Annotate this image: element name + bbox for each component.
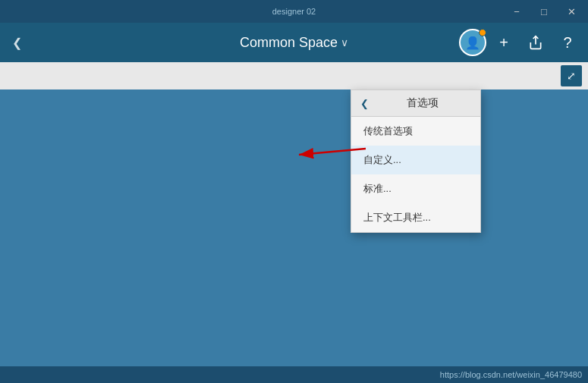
toolbar-right: 👤 + ? <box>459 28 582 57</box>
add-button[interactable]: + <box>489 28 518 57</box>
dropdown-header: ❮ 首选项 <box>351 90 480 117</box>
nav-back-icon[interactable]: ❮ <box>6 33 28 53</box>
toolbar-left: ❮ <box>6 33 28 53</box>
dropdown-title: 首选项 <box>373 96 471 110</box>
space-chevron-icon: ∨ <box>341 36 348 49</box>
avatar-button[interactable]: 👤 <box>459 29 486 56</box>
main-content-area: ❮ 首选项 传统首选项 自定义... 标准... 上下文工具栏... <box>0 89 588 383</box>
maximize-button[interactable]: □ <box>530 0 558 23</box>
status-url: https://blog.csdn.net/weixin_46479480 <box>440 370 582 379</box>
minimize-button[interactable]: − <box>503 0 530 23</box>
dropdown-back-icon[interactable]: ❮ <box>360 98 369 109</box>
close-button[interactable]: ✕ <box>558 0 585 23</box>
space-selector[interactable]: Common Space ∨ <box>240 35 348 51</box>
title-bar-controls: − □ ✕ <box>503 0 585 23</box>
dropdown-item-context-toolbar[interactable]: 上下文工具栏... <box>351 203 480 232</box>
title-bar: designer 02 − □ ✕ <box>0 0 588 23</box>
preferences-dropdown: ❮ 首选项 传统首选项 自定义... 标准... 上下文工具栏... <box>351 89 481 233</box>
second-toolbar: ⤢ <box>0 62 588 89</box>
expand-button[interactable]: ⤢ <box>561 65 582 86</box>
main-toolbar: ❮ Common Space ∨ 👤 + ? <box>0 23 588 62</box>
dropdown-item-standard[interactable]: 标准... <box>351 174 480 203</box>
toolbar-center: Common Space ∨ <box>240 35 348 51</box>
avatar-icon: 👤 <box>465 36 480 50</box>
share-button[interactable] <box>521 28 550 57</box>
dropdown-item-customize[interactable]: 自定义... <box>351 146 480 174</box>
status-bar: https://blog.csdn.net/weixin_46479480 <box>0 366 588 383</box>
help-button[interactable]: ? <box>553 28 582 57</box>
space-name-label: Common Space <box>240 35 338 51</box>
avatar-badge <box>479 29 486 36</box>
dropdown-item-traditional[interactable]: 传统首选项 <box>351 117 480 146</box>
title-bar-text: designer 02 <box>272 7 316 16</box>
